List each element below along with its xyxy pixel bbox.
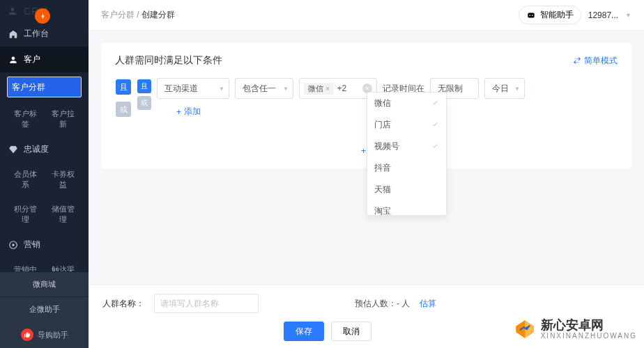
outer-and-toggle[interactable]: 且 bbox=[116, 79, 131, 95]
channel-dropdown[interactable]: 微信门店视频号抖音天猫淘宝商家自有APP支付宝五座 bbox=[367, 92, 447, 216]
svg-point-1 bbox=[12, 244, 15, 246]
loyalty-subrow-2: 积分管理 储值管理 bbox=[0, 197, 89, 232]
value-chip: 微信 × bbox=[304, 83, 334, 95]
chevron-down-icon: ▼ bbox=[219, 86, 224, 92]
sub-member[interactable]: 会员体系 bbox=[7, 166, 45, 193]
thumb-icon bbox=[21, 329, 33, 341]
dropdown-option[interactable]: 淘宝 bbox=[367, 200, 446, 216]
topbar: 客户分群 / 创建分群 智能助手 12987... ▼ bbox=[89, 0, 644, 31]
nav: 工作台 客户 客户分群 客户标签 客户拉新 忠诚度 会员体系 卡券权益 bbox=[0, 21, 89, 271]
sub-coupon[interactable]: 卡券权益 bbox=[45, 166, 82, 193]
inner-and-toggle[interactable]: 且 bbox=[137, 79, 151, 93]
simple-mode-link[interactable]: 简单模式 bbox=[573, 55, 618, 67]
notification-badge[interactable] bbox=[35, 8, 50, 24]
outer-brace: 且 或 bbox=[115, 78, 132, 118]
svg-point-4 bbox=[529, 15, 530, 16]
chevron-down-icon: ▼ bbox=[514, 86, 520, 92]
time-rel-select[interactable]: 今日 ▼ bbox=[484, 78, 525, 99]
extra-count: +2 bbox=[337, 84, 346, 93]
sub-marketing-center[interactable]: 营销中心 bbox=[7, 262, 45, 271]
estimate-button[interactable]: 估算 bbox=[420, 298, 436, 310]
outer-or-toggle[interactable]: 或 bbox=[116, 102, 131, 117]
sub-customer-group[interactable]: 客户分群 bbox=[7, 77, 82, 97]
estimate-label: 预估人数：- 人 bbox=[355, 298, 410, 310]
sub-store[interactable]: 储值管理 bbox=[45, 201, 82, 228]
group-name-input[interactable] bbox=[154, 294, 259, 313]
nav-loyalty[interactable]: 忠诚度 bbox=[0, 136, 89, 162]
breadcrumb-current: 创建分群 bbox=[141, 10, 175, 19]
sidebar: CRM 工作台 客户 客户分群 客户标签 客户拉新 忠诚度 bbox=[0, 0, 89, 348]
cancel-button[interactable]: 取消 bbox=[331, 322, 371, 341]
inner-brace: 且 或 bbox=[137, 78, 151, 111]
dropdown-option[interactable]: 天猫 bbox=[367, 179, 446, 200]
customer-subrow-2: 客户标签 客户拉新 bbox=[0, 102, 89, 136]
group-name-label: 人群名称： bbox=[102, 298, 144, 310]
bottom-qw[interactable]: 企微助手 bbox=[0, 296, 89, 322]
dropdown-option[interactable]: 门店 bbox=[367, 114, 446, 136]
ai-icon bbox=[526, 10, 536, 20]
nav-workbench[interactable]: 工作台 bbox=[0, 21, 89, 47]
sub-points[interactable]: 积分管理 bbox=[7, 201, 45, 228]
chevron-down-icon: ▼ bbox=[625, 12, 631, 19]
inner-or-toggle[interactable]: 或 bbox=[137, 96, 151, 110]
loyalty-subrow-1: 会员体系 卡券权益 bbox=[0, 162, 89, 197]
svg-rect-3 bbox=[528, 13, 534, 17]
dropdown-option[interactable]: 抖音 bbox=[367, 157, 446, 179]
diamond-icon bbox=[8, 145, 18, 155]
ai-assistant-button[interactable]: 智能助手 bbox=[519, 6, 581, 24]
main: 客户分群 / 创建分群 智能助手 12987... ▼ 人群需同时满足以下条件 bbox=[89, 0, 644, 348]
save-button[interactable]: 保存 bbox=[284, 322, 324, 341]
home-icon bbox=[8, 29, 18, 39]
plus-icon: + bbox=[176, 107, 181, 117]
breadcrumb-parent[interactable]: 客户分群 bbox=[101, 10, 135, 19]
remove-chip-icon[interactable]: × bbox=[325, 84, 330, 93]
value-multiselect[interactable]: 微信 × +2 × bbox=[299, 78, 377, 99]
footer: 人群名称： 预估人数：- 人 估算 保存 取消 bbox=[89, 285, 644, 348]
breadcrumb: 客户分群 / 创建分群 bbox=[101, 9, 175, 21]
sub-customer-tag[interactable]: 客户标签 bbox=[7, 106, 45, 132]
sidebar-bottom: 微商城 企微助手 导购助手 bbox=[0, 271, 89, 348]
marketing-subrow: 营销中心 触达渠道 bbox=[0, 258, 89, 271]
bottom-guide[interactable]: 导购助手 bbox=[0, 322, 89, 348]
nav-marketing[interactable]: 营销 bbox=[0, 232, 89, 258]
sub-channel[interactable]: 触达渠道 bbox=[45, 262, 82, 271]
match-select[interactable]: 包含任一 ▼ bbox=[235, 78, 293, 99]
swap-icon bbox=[573, 56, 581, 65]
user-id[interactable]: 12987... bbox=[588, 10, 618, 20]
customer-subrow-1: 客户分群 bbox=[0, 72, 89, 102]
bottom-mall[interactable]: 微商城 bbox=[0, 271, 89, 296]
chevron-down-icon: ▼ bbox=[283, 86, 289, 92]
svg-point-5 bbox=[532, 15, 533, 16]
sub-customer-acquire[interactable]: 客户拉新 bbox=[45, 106, 82, 132]
nav-customer[interactable]: 客户 bbox=[0, 47, 89, 72]
dropdown-option[interactable]: 视频号 bbox=[367, 136, 446, 157]
card-title: 人群需同时满足以下条件 bbox=[115, 54, 222, 67]
user-icon bbox=[8, 55, 18, 65]
topbar-right: 智能助手 12987... ▼ bbox=[519, 6, 631, 24]
field-select[interactable]: 互动渠道 ▼ bbox=[157, 78, 229, 99]
target-icon bbox=[8, 240, 18, 250]
dropdown-option[interactable]: 微信 bbox=[367, 93, 446, 114]
